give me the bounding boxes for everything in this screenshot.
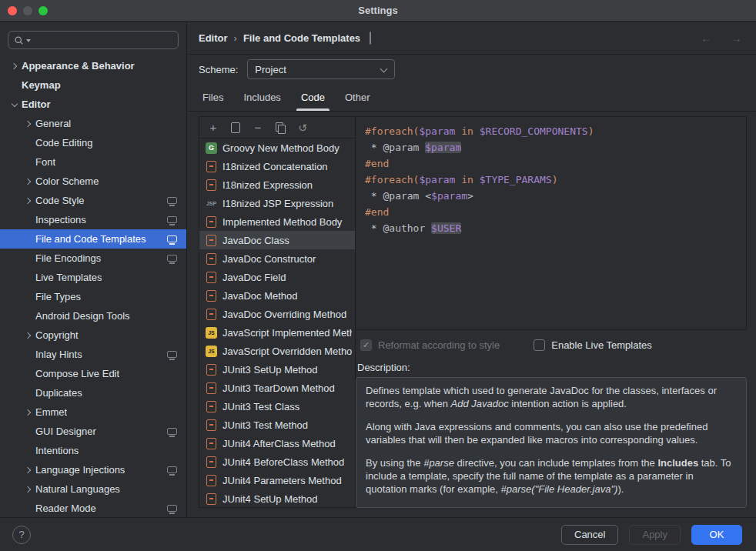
template-item-junit3-test-method[interactable]: JUnit3 Test Method <box>199 416 355 434</box>
sidebar-item-android-design-tools[interactable]: Android Design Tools <box>0 306 186 326</box>
template-item-javascript-overridden-method[interactable]: JSJavaScript Overridden Method <box>199 342 355 360</box>
navigate-forward-button[interactable]: → <box>731 32 742 44</box>
settings-search-field[interactable] <box>8 31 179 49</box>
ok-button[interactable]: OK <box>691 525 742 545</box>
sidebar-item-appearance-behavior[interactable]: Appearance & Behavior <box>0 56 186 75</box>
template-item-i18nized-concatenation[interactable]: I18nized Concatenation <box>199 157 355 175</box>
template-item-javadoc-overriding-method[interactable]: JavaDoc Overriding Method <box>199 305 355 323</box>
code-token: $TYPE_PARAMS <box>480 174 552 185</box>
sidebar-item-file-encodings[interactable]: File Encodings <box>0 249 186 268</box>
sidebar-item-keymap[interactable]: Keymap <box>0 75 186 95</box>
template-item-javadoc-method[interactable]: JavaDoc Method <box>199 286 355 305</box>
sidebar-item-label: General <box>35 118 71 129</box>
minimize-window-button[interactable] <box>23 6 32 15</box>
template-code-editor[interactable]: #foreach($param in $RECORD_COMPONENTS) *… <box>356 116 747 330</box>
chevron-right-icon[interactable] <box>22 460 35 479</box>
sidebar-item-code-style[interactable]: Code Style <box>0 191 186 210</box>
sidebar-item-natural-languages[interactable]: Natural Languages <box>0 479 186 499</box>
chevron-down-icon[interactable] <box>8 95 22 114</box>
sidebar-item-language-injections[interactable]: Language Injections <box>0 460 186 479</box>
sidebar-item-duplicates[interactable]: Duplicates <box>0 383 186 402</box>
reset-template-button[interactable]: ↺ <box>296 122 309 134</box>
sidebar-item-compose-live-edit[interactable]: Compose Live Edit <box>0 364 186 383</box>
description-box[interactable]: Defines template which used to generate … <box>356 377 747 508</box>
reformat-checkbox[interactable] <box>360 339 372 351</box>
template-item-junit3-teardown-method[interactable]: JUnit3 TearDown Method <box>199 379 355 397</box>
sidebar-item-reader-mode[interactable]: Reader Mode <box>0 499 186 517</box>
enable-live-templates-option[interactable]: Enable Live Templates <box>534 339 652 351</box>
sidebar-item-label: Color Scheme <box>35 175 99 187</box>
tab-files[interactable]: Files <box>192 84 233 111</box>
settings-window: Settings Appearance & BehaviorKeymapEdit… <box>0 0 756 551</box>
template-item-i18nized-jsp-expression[interactable]: JSPI18nized JSP Expression <box>199 194 355 212</box>
apply-button[interactable]: Apply <box>629 525 681 545</box>
sidebar-item-file-types[interactable]: File Types <box>0 287 186 306</box>
code-token: #end <box>365 158 389 169</box>
chevron-right-icon[interactable] <box>22 402 35 422</box>
template-file-icon <box>206 161 217 172</box>
template-item-label: JavaDoc Method <box>222 290 352 302</box>
breadcrumb-item-editor[interactable]: Editor <box>199 32 228 44</box>
cancel-button[interactable]: Cancel <box>561 525 618 545</box>
sidebar-item-color-scheme[interactable]: Color Scheme <box>0 172 186 191</box>
template-item-groovy-new-method-body[interactable]: GGroovy New Method Body <box>199 139 355 157</box>
template-item-junit4-afterclass-method[interactable]: JUnit4 AfterClass Method <box>199 434 355 452</box>
chevron-right-icon[interactable] <box>22 172 35 191</box>
template-item-junit4-setup-method[interactable]: JUnit4 SetUp Method <box>199 489 355 507</box>
reformat-option[interactable]: Reformat according to style <box>360 339 500 351</box>
template-item-label: JUnit3 TearDown Method <box>222 382 352 394</box>
remove-template-button[interactable]: − <box>252 122 264 134</box>
template-item-junit3-test-class[interactable]: JUnit3 Test Class <box>199 397 355 416</box>
description-paragraph: Along with Java expressions and comments… <box>366 420 737 446</box>
sidebar-item-copyright[interactable]: Copyright <box>0 326 186 345</box>
template-item-javascript-implemented-method[interactable]: JSJavaScript Implemented Method <box>199 323 355 342</box>
sidebar-item-editor[interactable]: Editor <box>0 95 186 114</box>
sidebar-item-intentions[interactable]: Intentions <box>0 441 186 460</box>
sidebar-item-file-and-code-templates[interactable]: File and Code Templates <box>0 229 186 249</box>
template-item-javadoc-class[interactable]: JavaDoc Class <box>199 231 355 249</box>
tab-other[interactable]: Other <box>335 84 380 111</box>
help-button[interactable]: ? <box>12 526 31 544</box>
templates-content: +−↺ GGroovy New Method BodyI18nized Conc… <box>199 116 747 508</box>
template-item-junit3-setup-method[interactable]: JUnit3 SetUp Method <box>199 360 355 379</box>
sidebar-item-font[interactable]: Font <box>0 152 186 172</box>
screen-icon <box>167 197 177 204</box>
description-paragraph: Predefined variables take the following … <box>366 506 737 508</box>
copy-template-button[interactable] <box>274 122 286 134</box>
sidebar-item-general[interactable]: General <box>0 114 186 133</box>
chevron-right-icon[interactable] <box>22 326 35 345</box>
zoom-window-button[interactable] <box>38 6 48 15</box>
close-window-button[interactable] <box>8 6 17 15</box>
tab-code[interactable]: Code <box>291 84 335 111</box>
template-item-junit4-parameters-method[interactable]: JUnit4 Parameters Method <box>199 471 355 489</box>
sidebar-item-emmet[interactable]: Emmet <box>0 402 186 422</box>
template-item-javadoc-field[interactable]: JavaDoc Field <box>199 268 355 286</box>
sidebar-item-gui-designer[interactable]: GUI Designer <box>0 422 186 441</box>
chevron-right-icon[interactable] <box>22 191 35 210</box>
sidebar-item-code-editing[interactable]: Code Editing <box>0 133 186 152</box>
chevron-right-icon[interactable] <box>22 479 35 499</box>
sidebar-item-inspections[interactable]: Inspections <box>0 210 186 229</box>
search-history-caret-icon[interactable] <box>26 39 31 42</box>
template-item-i18nized-expression[interactable]: I18nized Expression <box>199 175 355 194</box>
breadcrumb-item-file-and-code-templates[interactable]: File and Code Templates <box>243 32 360 44</box>
template-item-junit4-beforeclass-method[interactable]: JUnit4 BeforeClass Method <box>199 452 355 471</box>
create-child-template-button[interactable] <box>229 122 242 134</box>
chevron-right-icon[interactable] <box>22 114 35 133</box>
settings-search-input[interactable] <box>33 35 172 46</box>
sidebar-item-live-templates[interactable]: Live Templates <box>0 268 186 287</box>
add-template-button[interactable]: + <box>207 122 219 134</box>
template-item-implemented-method-body[interactable]: Implemented Method Body <box>199 212 355 231</box>
breadcrumb-separator: › <box>234 32 237 44</box>
tab-includes[interactable]: Includes <box>233 84 290 111</box>
chevron-right-icon[interactable] <box>8 56 22 75</box>
scheme-select[interactable]: Project <box>247 59 395 79</box>
enable-live-templates-checkbox[interactable] <box>534 339 545 351</box>
chevron-placeholder <box>22 441 35 460</box>
enable-live-templates-label: Enable Live Templates <box>551 339 652 351</box>
sidebar-item-inlay-hints[interactable]: Inlay Hints <box>0 345 186 364</box>
sidebar-item-label: Inlay Hints <box>35 349 82 360</box>
description-paragraph: Defines template which used to generate … <box>366 384 737 410</box>
navigate-back-button[interactable]: ← <box>701 32 712 44</box>
template-item-javadoc-constructor[interactable]: JavaDoc Constructor <box>199 249 355 268</box>
